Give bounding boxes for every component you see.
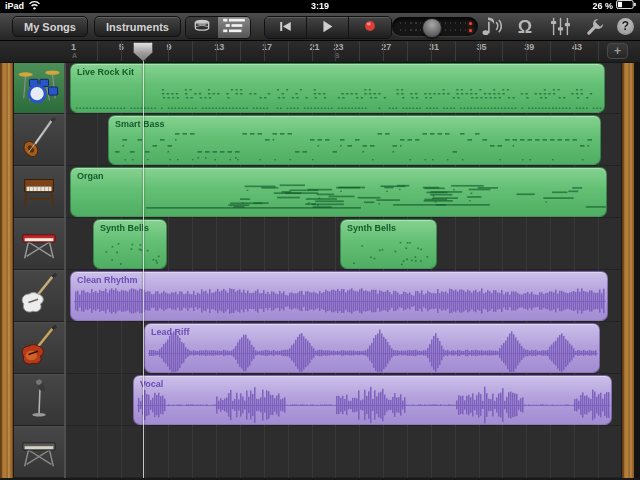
wood-trim-left xyxy=(0,62,14,480)
apple-loops-icon[interactable] xyxy=(477,15,503,38)
region-label: Synth Bells xyxy=(347,223,396,233)
drum-icon xyxy=(192,18,212,37)
ruler-division xyxy=(264,40,265,61)
ruler-division xyxy=(431,40,432,61)
region-organ[interactable]: Organ xyxy=(70,167,607,217)
grid-line xyxy=(97,62,98,478)
right-edge-panel xyxy=(633,62,640,480)
view-toggle xyxy=(185,16,251,39)
region-label: Lead Riff xyxy=(151,327,190,337)
white-electric-guitar-icon xyxy=(18,273,60,319)
region-label: Smart Bass xyxy=(115,119,165,129)
midi-pattern xyxy=(71,168,607,217)
ruler-division xyxy=(335,40,336,61)
rewind-button[interactable] xyxy=(265,17,307,38)
record-button[interactable] xyxy=(349,17,391,38)
play-icon xyxy=(321,20,334,36)
track-header-dark-keyboard[interactable] xyxy=(14,426,64,478)
tracks-view-button[interactable] xyxy=(218,17,250,38)
level-led xyxy=(469,29,472,32)
wood-trim-right xyxy=(621,62,634,480)
tracks-grid: Live Rock KitSmart BassOrganSynth BellsS… xyxy=(64,62,623,480)
arrangement-workspace: Live Rock KitSmart BassOrganSynth BellsS… xyxy=(0,62,640,480)
region-lead-riff[interactable]: Lead Riff xyxy=(144,323,600,373)
ruler-division xyxy=(192,40,193,61)
ruler-division xyxy=(574,40,575,61)
toolbar: My Songs Instruments xyxy=(0,13,640,41)
ruler-division xyxy=(240,40,241,61)
ruler-division xyxy=(598,40,599,61)
add-section-button[interactable]: + xyxy=(607,43,628,59)
audio-pattern xyxy=(134,376,612,425)
microphone-icon xyxy=(18,377,60,423)
ruler-division xyxy=(97,40,98,61)
ruler-division xyxy=(526,40,527,61)
rewind-icon xyxy=(278,20,293,35)
toolbar-right-icons: Ω ? xyxy=(477,15,634,38)
loop-browser-icon[interactable]: Ω xyxy=(512,15,538,38)
volume-knob[interactable] xyxy=(422,18,442,38)
ruler-division xyxy=(312,40,313,61)
ruler-division xyxy=(407,40,408,61)
region-label: Live Rock Kit xyxy=(77,67,134,77)
ruler-division xyxy=(216,40,217,61)
status-bar: iPad 3:19 26 % xyxy=(0,0,640,13)
region-clean-rhythm[interactable]: Clean Rhythm xyxy=(70,271,608,321)
battery-icon xyxy=(616,0,636,13)
red-synth-keyboard-icon xyxy=(18,221,60,267)
playhead[interactable] xyxy=(143,58,145,480)
transport-controls xyxy=(264,16,392,39)
region-label: Organ xyxy=(77,171,104,181)
volume-slider[interactable] xyxy=(392,17,478,36)
record-icon xyxy=(363,19,377,36)
ruler-division xyxy=(502,40,503,61)
region-live-rock-kit[interactable]: Live Rock Kit xyxy=(70,63,605,113)
ruler-division xyxy=(121,40,122,61)
settings-wrench-icon[interactable] xyxy=(582,15,608,38)
track-header-microphone[interactable] xyxy=(14,374,64,426)
ruler-bar-label: 1 xyxy=(71,42,76,52)
drum-kit-icon xyxy=(18,65,60,111)
ruler-division xyxy=(168,40,169,61)
region-label: Clean Rhythm xyxy=(77,275,138,285)
midi-pattern xyxy=(109,116,601,165)
play-button[interactable] xyxy=(307,17,349,38)
my-songs-button[interactable]: My Songs xyxy=(12,16,88,37)
instrument-view-button[interactable] xyxy=(186,17,218,38)
timeline-ruler[interactable]: 1A5913172123B2731353943 + xyxy=(0,40,640,63)
region-synth-bells[interactable]: Synth Bells xyxy=(340,219,437,269)
region-synth-bells[interactable]: Synth Bells xyxy=(93,219,167,269)
ruler-division xyxy=(455,40,456,61)
region-vocal[interactable]: Vocal xyxy=(133,375,612,425)
region-smart-bass[interactable]: Smart Bass xyxy=(108,115,601,165)
level-led xyxy=(469,22,472,25)
organ-icon xyxy=(18,169,60,215)
clock: 3:19 xyxy=(0,0,640,13)
midi-pattern xyxy=(71,64,605,113)
dark-keyboard-icon xyxy=(18,429,60,475)
battery-percent: 26 % xyxy=(592,0,613,13)
track-header-drum-kit[interactable] xyxy=(14,62,64,114)
track-header-bass-guitar[interactable] xyxy=(14,114,64,166)
track-header-red-electric-guitar[interactable] xyxy=(14,322,64,374)
tracks-icon xyxy=(223,18,245,37)
track-header-white-electric-guitar[interactable] xyxy=(14,270,64,322)
help-button[interactable]: ? xyxy=(617,18,634,35)
bass-guitar-icon xyxy=(18,117,60,163)
mixer-icon[interactable] xyxy=(547,15,573,38)
track-header-column xyxy=(14,62,64,480)
audio-pattern xyxy=(145,324,600,373)
track-header-red-synth-keyboard[interactable] xyxy=(14,218,64,270)
audio-pattern xyxy=(71,272,608,321)
track-header-organ[interactable] xyxy=(14,166,64,218)
ruler-division xyxy=(383,40,384,61)
section-marker: A xyxy=(72,52,77,59)
ruler-division xyxy=(550,40,551,61)
garageband-app: iPad 3:19 26 % My Songs Instruments xyxy=(0,0,640,480)
ruler-division xyxy=(288,40,289,61)
ruler-division xyxy=(359,40,360,61)
ruler-division xyxy=(479,40,480,61)
instruments-button[interactable]: Instruments xyxy=(94,16,181,37)
red-electric-guitar-icon xyxy=(18,325,60,371)
